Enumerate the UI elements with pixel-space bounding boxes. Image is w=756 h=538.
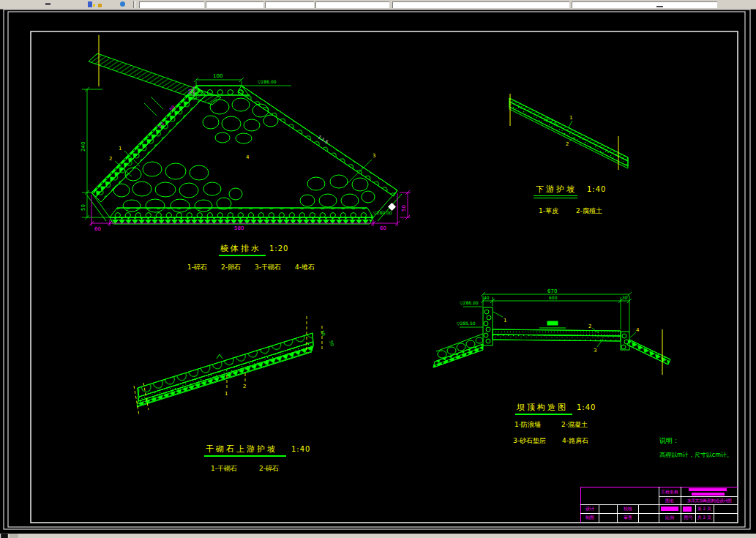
prism-scale: 1:20 — [269, 244, 288, 253]
legend-item: 2-卵石 — [221, 263, 241, 272]
dim-b: 50 — [329, 340, 335, 347]
elev-crest: ▽286.00 — [258, 79, 277, 84]
dim-right-side: 50 — [401, 205, 407, 212]
dim-total: 670 — [547, 288, 557, 294]
prism-title: 棱体排水 — [220, 243, 261, 254]
legend-item: 1-碎石 — [187, 263, 207, 272]
upstream-legend: 1-干砌石 2-碎石 — [211, 464, 279, 474]
tb-review-label: 审查 — [618, 515, 638, 520]
legend-item: 2-碎石 — [259, 464, 279, 474]
legend-item: 3-砂石垫层 — [513, 436, 546, 446]
tb-name-label: 图名 — [659, 498, 680, 504]
sheet-frame — [4, 10, 750, 529]
tb-value-box — [683, 507, 692, 512]
dim-height: 240 — [81, 142, 86, 152]
dim-left: 40 — [484, 295, 490, 300]
callout-3: 3 — [594, 348, 596, 354]
legend-item: 3-干砌石 — [255, 263, 281, 272]
tb-project-value-bar2 — [692, 493, 725, 496]
callout-4: 4 — [246, 154, 250, 160]
dim-right: 30 — [622, 295, 628, 300]
elev-wall: ▽286.00 — [460, 300, 479, 305]
downstream-title: 下游护坡 — [536, 184, 577, 195]
elev-road: ▽285.50 — [457, 321, 476, 326]
tb-grid — [714, 504, 714, 523]
bottom-fragment — [10, 534, 18, 538]
notes-heading: 说明： — [659, 436, 679, 446]
callout-1: 1 — [569, 115, 572, 121]
dim-crest-width: 100 — [213, 73, 222, 79]
tb-grid — [599, 504, 599, 523]
legend-item: 4-堆石 — [295, 263, 315, 272]
upstream-scale: 1:40 — [291, 445, 310, 453]
prism-title-underline — [219, 255, 266, 256]
callout-4: 4 — [636, 327, 640, 333]
legend-item: 1-草皮 — [539, 206, 558, 216]
dim-bottom-center: 580 — [234, 225, 244, 231]
tb-page: 第 2 页 — [696, 506, 713, 512]
tb-project-label: 工程名称 — [659, 489, 680, 495]
crest-scale: 1:40 — [577, 403, 596, 411]
tb-drawing-name: 水库大坝断面构造设计图 — [681, 498, 737, 504]
tb-value-bar — [661, 507, 678, 511]
legend-item: 1-防浪墙 — [514, 420, 541, 430]
crest-title-underline — [515, 414, 572, 415]
notes-line1: 高程以m计，尺寸以cm计。 — [659, 451, 733, 459]
upstream-title-underline — [204, 455, 286, 457]
bottom-icon[interactable] — [1, 533, 8, 538]
downstream-slope-drawing: 1:2.5 1 2 — [509, 94, 628, 170]
tb-grid — [659, 496, 738, 497]
tb-no-label: 图号 — [681, 515, 695, 520]
tb-check-label: 校核 — [618, 506, 638, 512]
callout-1: 1 — [504, 318, 506, 324]
crest-structure-drawing: 670 40 600 30 ▽286.00 ▽285.50 1 2 3 4 — [433, 288, 670, 375]
elev-toe: ▽280.00 — [373, 210, 392, 215]
upstream-title: 干砌石上游护坡 — [206, 444, 277, 455]
dim-crest-thick: 50 — [187, 89, 192, 94]
callout-3: 3 — [373, 153, 375, 159]
dim-a: 30 — [320, 329, 326, 337]
tb-project-value-bar — [689, 488, 727, 491]
dim-bottom-left: 60 — [94, 226, 101, 232]
upstream-slope-drawing: 30 50 1 2 — [134, 316, 335, 415]
crest-legend-row2: 3-砂石垫层 4-路肩石 — [513, 436, 588, 446]
tb-scale-label: 比例 — [659, 515, 680, 520]
legend-item: 2-腐殖土 — [576, 206, 602, 216]
downstream-underline-2 — [534, 198, 577, 198]
legend-item: 4-路肩石 — [562, 436, 588, 446]
dim-mid: 600 — [549, 295, 558, 300]
callout-2: 2 — [566, 141, 569, 147]
crest-legend-row1: 1-防浪墙 2-混凝土 — [514, 420, 588, 430]
dim-left-lower: 50 — [81, 204, 86, 211]
tb-grid — [638, 504, 639, 523]
dim-bottom-right: 60 — [380, 225, 386, 231]
downstream-scale: 1:40 — [587, 185, 606, 193]
legend-item: 2-混凝土 — [561, 420, 588, 430]
bottom-strip — [0, 534, 756, 538]
crest-title: 坝顶构造图 — [517, 402, 568, 413]
legend-item: 1-干砌石 — [211, 464, 237, 474]
downstream-legend: 1-草皮 2-腐殖土 — [539, 206, 602, 216]
prism-legend: 1-碎石 2-卵石 3-干砌石 4-堆石 — [187, 263, 315, 272]
tb-design-label: 设计 — [581, 506, 599, 512]
callout-2: 2 — [243, 384, 246, 389]
callout-1: 1 — [225, 391, 228, 397]
drawing-canvas[interactable]: 240 50 100 ▽286.00 ▽280.00 60 580 60 50 … — [0, 0, 756, 538]
callout-2: 2 — [109, 156, 112, 162]
prism-drainage-drawing: 240 50 100 ▽286.00 ▽280.00 60 580 60 50 … — [81, 35, 411, 232]
tb-draft-label: 制图 — [581, 515, 599, 520]
downstream-underline-1 — [534, 195, 577, 196]
callout-2: 2 — [588, 324, 591, 329]
callout-1: 1 — [119, 146, 121, 152]
tb-pages: 共 2 页 — [696, 515, 713, 520]
